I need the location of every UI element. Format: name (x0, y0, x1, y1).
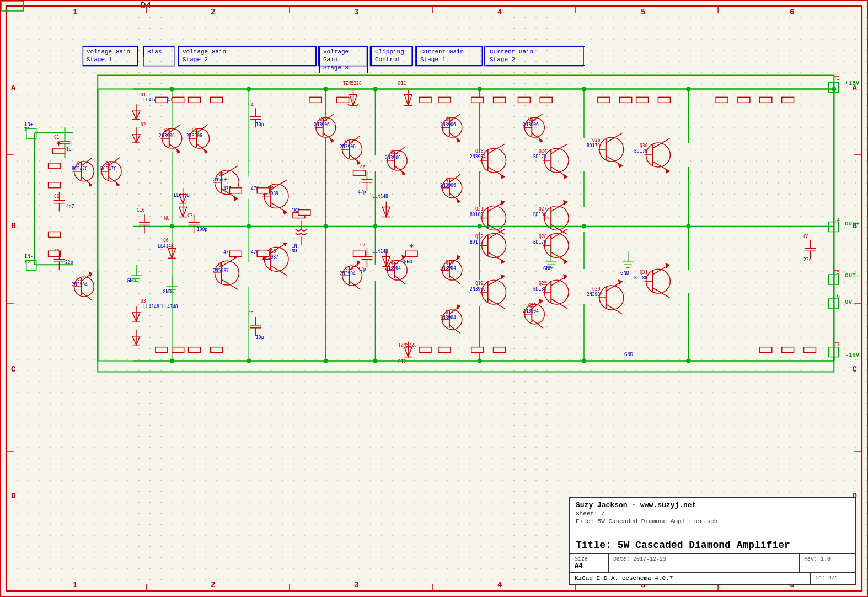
file-text: File: 5W Cascaded Diamond Amplifier.sch (576, 518, 849, 525)
svg-marker-164 (457, 255, 460, 260)
svg-marker-254 (665, 263, 669, 268)
svg-rect-332 (598, 97, 610, 103)
svg-point-363 (832, 87, 836, 91)
svg-rect-320 (257, 251, 269, 256)
svg-point-376 (582, 359, 586, 363)
author-text: Suzy Jackson - www.suzyj.net (576, 501, 849, 509)
date-cell: Date: 2017-12-23 (609, 554, 800, 572)
svg-rect-333 (620, 97, 632, 103)
svg-rect-411 (438, 347, 451, 353)
svg-rect-405 (53, 148, 65, 154)
schematic-title: Title: 5W Cascaded Diamond Amplifier (576, 540, 849, 551)
svg-marker-194 (501, 274, 505, 279)
stage-label-bias: Bias (143, 46, 174, 57)
svg-rect-418 (298, 210, 310, 216)
svg-rect-325 (438, 97, 451, 103)
svg-rect-316 (211, 97, 223, 103)
svg-marker-242 (618, 279, 623, 285)
stage-label-vg1: Voltage GainStage 1 (83, 46, 138, 66)
svg-line-133 (348, 104, 350, 105)
svg-point-375 (478, 359, 482, 363)
svg-rect-309 (49, 163, 61, 169)
svg-rect-421 (189, 347, 201, 353)
id-cell: Id: 1/1 (811, 573, 855, 584)
stage-label-cg2: Current GainStage 2 (486, 46, 585, 66)
row-label-a: A (11, 84, 15, 93)
svg-point-369 (582, 224, 586, 229)
svg-rect-331 (540, 97, 552, 103)
svg-rect-315 (189, 97, 201, 103)
size-cell: Size A4 (570, 554, 609, 572)
title-block: Suzy Jackson - www.suzyj.net Sheet: / Fi… (569, 497, 856, 585)
svg-rect-338 (760, 97, 772, 103)
row-label-d: D (11, 492, 15, 501)
stage-label-clip: ClippingControl (371, 46, 413, 66)
svg-point-372 (247, 359, 251, 363)
svg-rect-326 (471, 97, 484, 103)
svg-rect-330 (518, 97, 530, 103)
svg-rect-410 (419, 347, 431, 353)
col-label-4-bottom: 4 (497, 580, 502, 589)
svg-rect-335 (658, 97, 670, 103)
svg-rect-420 (172, 347, 184, 353)
power-0v: 0V (845, 299, 852, 305)
col-label-3-top: 3 (354, 8, 358, 17)
svg-rect-324 (419, 97, 431, 103)
svg-point-356 (170, 87, 174, 91)
svg-rect-337 (738, 97, 750, 103)
svg-rect-310 (49, 182, 61, 188)
svg-rect-414 (804, 347, 816, 353)
svg-rect-415 (405, 251, 417, 256)
col-label-6-top: 6 (790, 8, 794, 17)
svg-point-359 (373, 87, 377, 91)
svg-point-377 (686, 359, 690, 363)
col-label-2-top: 2 (211, 8, 215, 17)
svg-rect-322 (309, 97, 322, 103)
svg-point-364 (170, 224, 174, 229)
svg-marker-129 (357, 260, 361, 266)
row-label-c: C (11, 365, 15, 374)
stage-label-vg3: Voltage GainStage 3 (319, 46, 368, 73)
svg-rect-317 (229, 188, 242, 193)
col-label-4-top: 4 (497, 8, 502, 17)
svg-marker-417 (409, 244, 414, 246)
svg-rect-319 (229, 251, 242, 256)
svg-rect-327 (494, 97, 506, 103)
svg-point-360 (478, 87, 482, 91)
software-cell: KiCad E.D.A. eeschema 4.0.7 (570, 573, 811, 584)
svg-marker-170 (457, 304, 460, 310)
svg-rect-329 (494, 347, 506, 353)
row-label-b: B (11, 222, 15, 230)
svg-point-358 (324, 87, 328, 91)
svg-rect-323 (337, 97, 349, 103)
svg-point-371 (170, 359, 174, 363)
stage-label-vg2: Voltage GainStage 2 (179, 46, 317, 66)
svg-line-134 (357, 104, 359, 105)
svg-rect-408 (353, 170, 366, 176)
col-label-1-bottom: 1 (73, 580, 77, 589)
svg-rect-312 (49, 251, 61, 256)
svg-point-361 (582, 87, 586, 91)
power-minus18v: -18V (845, 352, 859, 358)
col-label-1-top: 1 (73, 8, 77, 17)
svg-rect-311 (49, 232, 61, 237)
svg-marker-206 (539, 299, 543, 304)
svg-point-362 (686, 87, 690, 91)
svg-rect-339 (782, 97, 794, 103)
svg-point-365 (247, 224, 251, 229)
svg-rect-313 (156, 97, 168, 103)
svg-point-357 (247, 87, 251, 91)
svg-marker-218 (563, 274, 567, 279)
svg-point-368 (478, 224, 482, 229)
svg-point-374 (373, 359, 377, 363)
svg-rect-413 (782, 347, 794, 353)
power-out-minus: OUT- (845, 272, 859, 279)
svg-rect-412 (760, 347, 772, 353)
svg-marker-60 (88, 271, 92, 277)
rev-cell: Rev: 1.0 (800, 554, 855, 572)
svg-rect-314 (172, 97, 184, 103)
svg-rect-318 (257, 188, 269, 193)
svg-point-370 (686, 224, 690, 229)
row-label-c-right: C (853, 365, 857, 374)
col-label-2-bottom: 2 (211, 580, 215, 589)
